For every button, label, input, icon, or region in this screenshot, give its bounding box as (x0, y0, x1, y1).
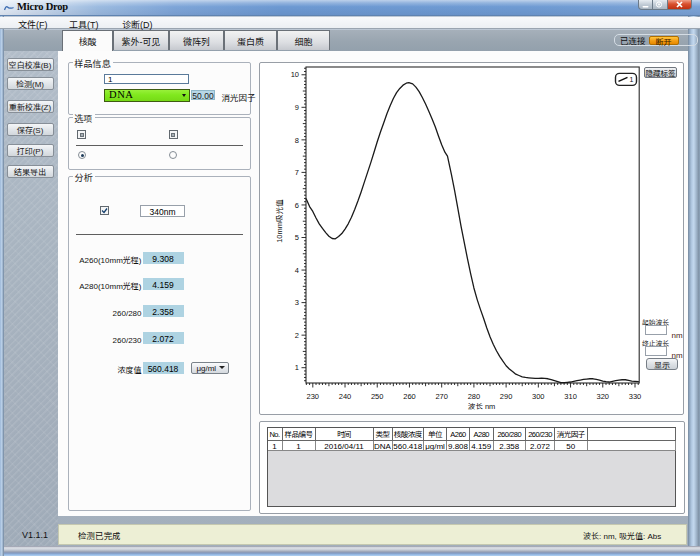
svg-text:10: 10 (290, 68, 298, 79)
svg-text:240: 240 (338, 390, 351, 401)
svg-text:260: 260 (403, 390, 416, 401)
svg-text:300: 300 (532, 390, 545, 401)
svg-text:8: 8 (294, 133, 298, 144)
svg-text:3: 3 (294, 296, 298, 307)
svg-text:2: 2 (294, 328, 298, 339)
svg-text:7: 7 (294, 166, 298, 177)
svg-text:6: 6 (294, 198, 298, 209)
svg-text:9: 9 (294, 100, 298, 111)
svg-text:270: 270 (435, 390, 448, 401)
svg-text:310: 310 (564, 390, 577, 401)
svg-text:波长 nm: 波长 nm (467, 400, 495, 411)
svg-text:1: 1 (294, 361, 298, 372)
svg-text:320: 320 (596, 390, 609, 401)
svg-text:10mm吸光值: 10mm吸光值 (273, 199, 284, 243)
svg-text:250: 250 (370, 390, 383, 401)
svg-text:330: 330 (628, 390, 641, 401)
svg-text:5: 5 (294, 231, 298, 242)
svg-text:4: 4 (294, 263, 298, 274)
svg-text:230: 230 (306, 390, 319, 401)
svg-text:1: 1 (629, 74, 633, 84)
svg-text:290: 290 (499, 390, 512, 401)
